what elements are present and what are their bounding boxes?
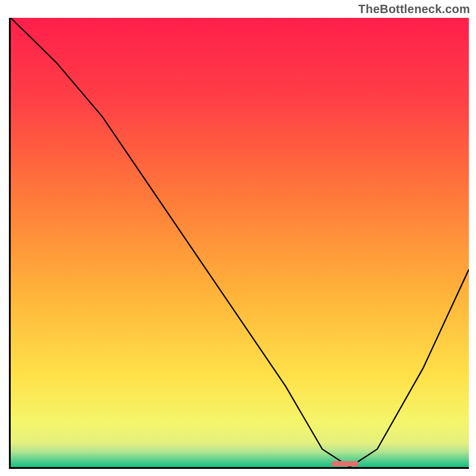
svg-rect-0 bbox=[11, 18, 469, 467]
watermark-text: TheBottleneck.com bbox=[358, 2, 470, 16]
plot-area bbox=[9, 18, 469, 469]
optimum-marker bbox=[331, 461, 359, 466]
chart-frame: TheBottleneck.com bbox=[0, 0, 476, 476]
background-gradient bbox=[11, 18, 469, 467]
